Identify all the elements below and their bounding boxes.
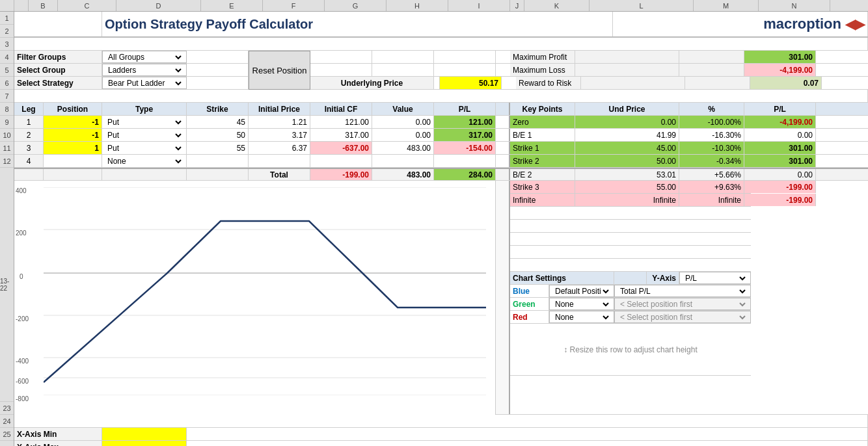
select-strategy-label: Select Strategy (14, 77, 102, 89)
green-position-dropdown[interactable]: None (549, 298, 614, 310)
kp-s3-und: 55.00 (575, 181, 679, 193)
leg4-type-select[interactable]: None (105, 156, 183, 166)
kp-s2-label: Strike 2 (510, 155, 575, 167)
green-yaxis-dropdown[interactable]: < Select position first (614, 298, 751, 310)
max-profit-value: 301.00 (744, 51, 816, 63)
leg4-initial-cf (310, 155, 372, 167)
y-axis-dropdown[interactable]: P/L (679, 272, 751, 284)
leg4-type-dropdown[interactable]: None (102, 155, 187, 167)
y-axis-label: Y-Axis (647, 272, 679, 284)
y-label-400: 400 (16, 187, 27, 194)
resize-row[interactable]: ↕ Resize this row to adjust chart height (510, 324, 751, 376)
j10 (496, 142, 510, 154)
kp-be1-label: B/E 1 (510, 129, 575, 141)
row2-empty (14, 38, 868, 50)
leg3-num: 3 (14, 142, 44, 154)
col-header-n: N (759, 0, 830, 11)
j11 (496, 155, 510, 167)
x-axis-min-value[interactable] (102, 428, 187, 440)
select-group-select[interactable]: Ladders (105, 65, 183, 75)
leg4-pl (434, 155, 496, 167)
kp-zero-pl: -4,199.00 (744, 116, 816, 128)
row25-rest (187, 441, 868, 446)
red-position-dropdown[interactable]: None (549, 311, 614, 323)
row-13-22: 13-22 (0, 168, 14, 402)
col-header-f: F (263, 0, 325, 11)
empty-kp-2 (510, 220, 751, 233)
reset-position-button[interactable]: Reset Position (249, 51, 310, 90)
select-group-dropdown[interactable]: Ladders (102, 64, 187, 76)
resize-text: ↕ Resize this row to adjust chart height (563, 345, 697, 354)
leg3-type-select[interactable]: Put (105, 143, 183, 153)
th-initial-cf: Initial CF (310, 103, 372, 115)
green-yaxis-select[interactable]: < Select position first (617, 299, 748, 309)
leg1-type-select[interactable]: Put (105, 117, 183, 127)
kp-s1-pct: -10.30% (679, 142, 744, 154)
red-yaxis-select[interactable]: < Select position first (617, 312, 748, 322)
leg4-strike (187, 155, 249, 167)
leg3-position: 1 (44, 142, 102, 154)
col-header-rownum (14, 0, 29, 11)
blue-position-select[interactable]: Default Position (552, 286, 611, 296)
reward-risk-empty (581, 77, 685, 89)
leg1-initial-price: 1.21 (249, 116, 310, 128)
kp-zero-pct: -100.00% (679, 116, 744, 128)
th-pl: P/L (434, 103, 496, 115)
blue-yaxis-dropdown[interactable]: Total P/L (614, 285, 751, 297)
leg3-type-dropdown[interactable]: Put (102, 142, 187, 154)
row3-spacer4 (434, 51, 496, 63)
leg1-strike: 45 (187, 116, 249, 128)
x-axis-min-label: X-Axis Min (14, 428, 102, 440)
col-header-h: H (387, 0, 448, 11)
title-row: Option Strategy Payoff Calculator macrop… (14, 12, 868, 38)
row6 (14, 90, 868, 103)
payoff-svg: 35 37.5 40 42.5 45 47.5 50 52.5 55 57.5 … (44, 187, 486, 395)
red-settings-row: Red None < Select position first (510, 311, 751, 324)
green-position-select[interactable]: None (552, 299, 611, 309)
y-label-0: 0 (20, 273, 23, 280)
y-axis-select[interactable]: P/L (683, 273, 748, 283)
kp-be2-label: B/E 2 (510, 169, 575, 180)
leg4-row: 4 None Strike 2 50.00 -0.34% 301.00 (14, 155, 868, 168)
red-position-select[interactable]: None (552, 312, 611, 322)
row4-spacer2 (310, 64, 372, 76)
leg1-pl: 121.00 (434, 116, 496, 128)
kp-s2-pl: 301.00 (744, 155, 816, 167)
row3-spacer3 (372, 51, 434, 63)
th-strike: Strike (187, 103, 249, 115)
select-strategy-dropdown[interactable]: Bear Put Ladder (102, 77, 187, 89)
leg2-type-dropdown[interactable]: Put (102, 129, 187, 141)
row4-j (496, 64, 510, 76)
total-pl: 284.00 (434, 169, 496, 180)
row-2: 2 (0, 25, 14, 38)
kp-zero-label: Zero (510, 116, 575, 128)
col-header-m: M (694, 0, 759, 11)
kp-inf-label: Infinite (510, 194, 575, 206)
filter-groups-dropdown[interactable]: All Groups (102, 51, 187, 63)
select-strategy-select[interactable]: Bear Put Ladder (105, 78, 183, 88)
leg1-initial-cf: 121.00 (310, 116, 372, 128)
leg2-type-select[interactable]: Put (105, 130, 183, 140)
leg2-row: 2 -1 Put 50 3.17 317.00 0.00 317.00 B/E … (14, 129, 868, 142)
leg2-initial-cf: 317.00 (310, 129, 372, 141)
blue-yaxis-select[interactable]: Total P/L (617, 286, 748, 296)
kp-s1-label: Strike 1 (510, 142, 575, 154)
leg1-type-dropdown[interactable]: Put (102, 116, 187, 128)
red-yaxis-dropdown[interactable]: < Select position first (614, 311, 751, 323)
leg2-value: 0.00 (372, 129, 434, 141)
th-type: Type (102, 103, 187, 115)
leg2-position: -1 (44, 129, 102, 141)
th-position: Position (44, 103, 102, 115)
row25-xmax: X-Axis Max (14, 441, 868, 446)
blue-position-dropdown[interactable]: Default Position (549, 285, 614, 297)
x-axis-max-value[interactable] (102, 441, 187, 446)
th-kp-pl: P/L (744, 103, 816, 115)
empty-kp-4 (510, 246, 751, 259)
col-headers: B C D E F G H I J K L M N (0, 0, 868, 12)
row-3: 3 (0, 38, 14, 51)
kp-inf-und: Infinite (575, 194, 679, 206)
row-4: 4 (0, 51, 14, 64)
kp-zero-und: 0.00 (575, 116, 679, 128)
filter-groups-select[interactable]: All Groups (105, 52, 183, 62)
th-initial-price: Initial Price (249, 103, 310, 115)
